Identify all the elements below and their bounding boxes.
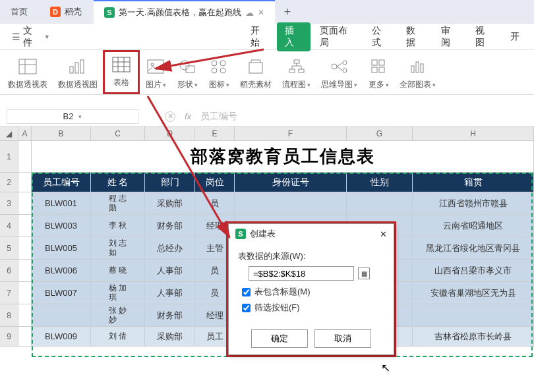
cell[interactable]: 江西省赣州市赣县 bbox=[413, 192, 534, 214]
cell[interactable] bbox=[235, 192, 347, 214]
ribbon-mindmap[interactable]: 思维导图▾ bbox=[316, 54, 363, 94]
menu-data[interactable]: 数据 bbox=[398, 25, 432, 49]
file-menu[interactable]: 文件 ▼ bbox=[7, 25, 55, 49]
col-header[interactable]: A bbox=[18, 126, 32, 140]
tab-docer[interactable]: D 稻壳 bbox=[38, 0, 94, 24]
cell[interactable] bbox=[18, 192, 32, 214]
row-header[interactable]: 5 bbox=[0, 237, 18, 259]
header-cell[interactable]: 员工编号 bbox=[32, 173, 91, 192]
close-icon[interactable]: ✕ bbox=[258, 8, 264, 17]
header-cell[interactable]: 姓 名 bbox=[91, 173, 145, 192]
ribbon-flowchart[interactable]: 流程图▾ bbox=[277, 54, 316, 94]
row-header[interactable]: 9 bbox=[0, 327, 18, 346]
row-header[interactable]: 7 bbox=[0, 282, 18, 304]
header-cell[interactable]: 身份证号 bbox=[235, 173, 347, 192]
row-header[interactable]: 2 bbox=[0, 173, 18, 192]
ribbon-picture[interactable]: 图片▾ bbox=[140, 54, 171, 94]
cell[interactable]: 总经办 bbox=[145, 237, 195, 259]
range-input[interactable] bbox=[249, 266, 354, 281]
cell[interactable]: 杨 加 琪 bbox=[91, 282, 145, 304]
cell[interactable]: BLW001 bbox=[32, 192, 91, 214]
header-cell[interactable]: 岗位 bbox=[195, 173, 235, 192]
cell[interactable]: 安徽省巢湖地区无为县 bbox=[413, 282, 534, 304]
menu-review[interactable]: 审阅 bbox=[433, 25, 467, 49]
col-header[interactable]: B bbox=[32, 126, 91, 140]
cell[interactable]: BLW006 bbox=[32, 260, 91, 281]
cell[interactable]: 人事部 bbox=[145, 282, 195, 304]
row-header[interactable]: 3 bbox=[0, 192, 18, 214]
cell[interactable]: 李 秋 bbox=[91, 215, 145, 237]
ribbon-table[interactable]: 表格 bbox=[103, 50, 140, 94]
cell[interactable] bbox=[18, 237, 32, 259]
header-cell[interactable]: 籍贯 bbox=[413, 173, 534, 192]
cell[interactable] bbox=[18, 260, 32, 281]
cell[interactable]: 张 妙 妙 bbox=[91, 304, 145, 326]
cell[interactable] bbox=[18, 141, 32, 172]
ok-button[interactable]: 确定 bbox=[251, 329, 308, 348]
col-header[interactable]: F bbox=[235, 126, 347, 140]
col-header[interactable]: C bbox=[91, 126, 145, 140]
cell[interactable]: BLW005 bbox=[32, 237, 91, 259]
cell[interactable]: 采购部 bbox=[145, 192, 195, 214]
cell[interactable]: 黑龙江省绥化地区青冈县 bbox=[413, 237, 534, 259]
range-picker-icon[interactable]: ▦ bbox=[358, 267, 370, 279]
cell[interactable]: 刘 倩 bbox=[91, 327, 145, 346]
cell[interactable]: 程 志 勋 bbox=[91, 192, 145, 214]
col-header[interactable]: D bbox=[145, 126, 195, 140]
col-header[interactable]: G bbox=[347, 126, 413, 140]
cell[interactable] bbox=[18, 282, 32, 304]
menu-dev[interactable]: 开 bbox=[502, 31, 527, 43]
cell[interactable] bbox=[18, 304, 32, 326]
formula-bar[interactable]: 员工编号 bbox=[200, 111, 237, 123]
tab-file-active[interactable]: S 第一天.高颜值表格，赢在起跑线 ☁ ✕ bbox=[94, 0, 275, 24]
row-header[interactable]: 8 bbox=[0, 304, 18, 326]
menu-formula[interactable]: 公式 bbox=[364, 25, 398, 49]
row-header[interactable]: 1 bbox=[0, 141, 18, 172]
cell[interactable]: 吉林省松原市长岭县 bbox=[413, 327, 534, 346]
header-cell[interactable]: 部门 bbox=[145, 173, 195, 192]
close-icon[interactable]: ✕ bbox=[380, 229, 387, 239]
cell[interactable]: 财务部 bbox=[145, 304, 195, 326]
select-all[interactable]: ◢ bbox=[0, 126, 18, 140]
cancel-formula-icon[interactable]: ✕ bbox=[165, 111, 175, 122]
cell[interactable] bbox=[413, 304, 534, 326]
cell[interactable] bbox=[32, 304, 91, 326]
cell[interactable]: BLW009 bbox=[32, 327, 91, 346]
cell[interactable] bbox=[18, 215, 32, 237]
name-box[interactable]: B2▾ bbox=[7, 109, 138, 124]
cell[interactable]: 山西省吕梁市孝义市 bbox=[413, 260, 534, 281]
ribbon-shape[interactable]: 形状▾ bbox=[171, 54, 203, 94]
title-cell[interactable]: 部落窝教育员工信息表 bbox=[32, 141, 534, 172]
ribbon-icon[interactable]: 图标▾ bbox=[203, 54, 235, 94]
ribbon-docer[interactable]: 稻壳素材 bbox=[235, 54, 277, 94]
has-header-checkbox[interactable] bbox=[242, 288, 251, 296]
ribbon-pivot-table[interactable]: 数据透视表 bbox=[3, 54, 53, 94]
cell[interactable]: 采购部 bbox=[145, 327, 195, 346]
menu-start[interactable]: 开始 bbox=[243, 25, 276, 49]
row-header[interactable]: 4 bbox=[0, 215, 18, 237]
menu-layout[interactable]: 页面布局 bbox=[312, 25, 363, 49]
ribbon-more[interactable]: 更多▾ bbox=[363, 54, 394, 94]
cancel-button[interactable]: 取消 bbox=[314, 329, 371, 348]
col-header[interactable]: E bbox=[195, 126, 235, 140]
cell[interactable] bbox=[18, 327, 32, 346]
cell[interactable] bbox=[18, 173, 32, 192]
cell[interactable]: BLW003 bbox=[32, 215, 91, 237]
menu-insert[interactable]: 插入 bbox=[277, 22, 311, 51]
cell[interactable]: 刘 志 如 bbox=[91, 237, 145, 259]
ribbon-all-charts[interactable]: 全部图表▾ bbox=[394, 54, 441, 94]
tab-home[interactable]: 首页 bbox=[0, 0, 38, 24]
cell[interactable]: 人事部 bbox=[145, 260, 195, 281]
cell[interactable] bbox=[347, 192, 413, 214]
col-header[interactable]: H bbox=[413, 126, 534, 140]
menu-view[interactable]: 视图 bbox=[467, 25, 501, 49]
fx-icon[interactable]: fx bbox=[185, 111, 191, 121]
cell[interactable]: 云南省昭通地区 bbox=[413, 215, 534, 237]
add-tab-button[interactable]: + bbox=[275, 0, 301, 24]
cell[interactable]: 蔡 晓 bbox=[91, 260, 145, 281]
header-cell[interactable]: 性别 bbox=[347, 173, 413, 192]
cell[interactable]: 财务部 bbox=[145, 215, 195, 237]
cell[interactable]: BLW007 bbox=[32, 282, 91, 304]
cell[interactable]: 员 bbox=[195, 192, 235, 214]
filter-button-checkbox[interactable] bbox=[242, 304, 251, 312]
